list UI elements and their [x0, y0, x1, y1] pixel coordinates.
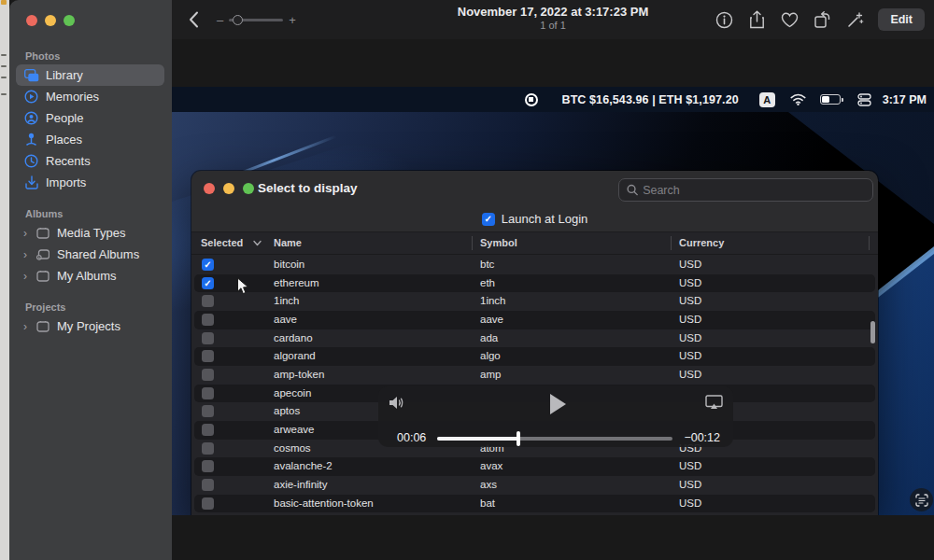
cell-currency: USD: [679, 476, 701, 495]
album-box-icon: [35, 319, 50, 333]
photo-viewer[interactable]: BTC $16,543.96 | ETH $1,197.20 A 3:17 PM: [172, 39, 934, 560]
rotate-icon[interactable]: [813, 10, 831, 29]
disclosure-chevron-icon[interactable]: ›: [23, 270, 33, 283]
row-checkbox[interactable]: [202, 497, 214, 510]
search-input[interactable]: [643, 184, 865, 197]
row-checkbox[interactable]: [202, 369, 214, 381]
cell-name: 1inch: [274, 292, 300, 311]
table-row[interactable]: algorand algo USD: [194, 347, 875, 366]
crypto-close-button[interactable]: [204, 183, 215, 194]
input-source-icon[interactable]: A: [759, 92, 775, 107]
background-speck: [1, 0, 7, 5]
sidebar-item-my-albums[interactable]: › My Albums: [16, 265, 164, 287]
remaining-time: −00:12: [684, 431, 720, 444]
zoom-slider-knob[interactable]: [233, 15, 243, 25]
cell-currency: USD: [679, 311, 701, 329]
menubar-clock[interactable]: 3:17 PM: [883, 93, 927, 106]
table-scrollbar-thumb[interactable]: [870, 321, 875, 343]
launch-at-login-checkbox[interactable]: [482, 213, 495, 226]
column-header-selected[interactable]: Selected: [201, 237, 243, 248]
crypto-ticker[interactable]: BTC $16,543.96 | ETH $1,197.20: [562, 93, 739, 106]
table-row[interactable]: cardano ada USD: [194, 329, 875, 348]
sidebar-item-imports[interactable]: Imports: [16, 172, 164, 193]
share-icon[interactable]: [747, 10, 766, 29]
row-checkbox[interactable]: [202, 314, 214, 326]
table-row[interactable]: basic-attention-token bat USD: [194, 495, 875, 513]
row-checkbox[interactable]: [202, 442, 214, 455]
zoom-slider[interactable]: – +: [217, 13, 296, 27]
column-divider: [472, 236, 473, 250]
table-row[interactable]: ethereum eth USD: [194, 274, 875, 293]
disclosure-chevron-icon[interactable]: ›: [23, 248, 33, 261]
crypto-zoom-button[interactable]: [243, 183, 254, 194]
sidebar-item-library[interactable]: Library: [16, 64, 164, 86]
row-checkbox[interactable]: [202, 259, 214, 271]
table-row[interactable]: aave aave USD: [194, 311, 875, 329]
cell-currency: USD: [679, 366, 701, 385]
column-header-name[interactable]: Name: [274, 237, 302, 248]
sidebar-item-places[interactable]: Places: [16, 129, 164, 150]
row-checkbox[interactable]: [202, 424, 214, 436]
live-text-icon[interactable]: [910, 488, 933, 511]
select-to-display-window: Select to display Launch at Login Select…: [191, 171, 878, 515]
disclosure-chevron-icon[interactable]: ›: [23, 320, 33, 333]
cell-name: cosmos: [274, 440, 311, 458]
edit-button[interactable]: Edit: [878, 8, 925, 31]
row-checkbox[interactable]: [202, 350, 214, 362]
sidebar-item-people[interactable]: People: [16, 107, 164, 129]
cell-symbol: ada: [480, 329, 498, 348]
zoom-in-label[interactable]: +: [289, 13, 296, 27]
table-row[interactable]: bitcoin btc USD: [194, 256, 875, 274]
row-checkbox[interactable]: [202, 277, 214, 289]
row-checkbox[interactable]: [202, 460, 214, 472]
row-checkbox[interactable]: [202, 332, 214, 344]
stop-recording-icon[interactable]: [525, 93, 538, 106]
sidebar-item-my-projects[interactable]: › My Projects: [16, 315, 164, 337]
sidebar-item-memories[interactable]: Memories: [16, 86, 164, 107]
table-row[interactable]: avalanche-2 avax USD: [194, 457, 875, 476]
column-header-symbol[interactable]: Symbol: [480, 237, 517, 248]
zoom-out-label[interactable]: –: [217, 13, 223, 27]
disclosure-chevron-icon[interactable]: ›: [23, 227, 33, 240]
wifi-icon[interactable]: [790, 93, 806, 105]
close-button[interactable]: [26, 15, 37, 26]
row-checkbox[interactable]: [202, 405, 214, 417]
airplay-display-icon[interactable]: [705, 395, 723, 413]
video-player-overlay: 00:06 −00:12: [378, 386, 733, 447]
crypto-minimize-button[interactable]: [223, 183, 234, 194]
cell-currency: USD: [679, 347, 701, 366]
table-row[interactable]: 1inch 1inch USD: [194, 292, 875, 311]
row-checkbox[interactable]: [202, 387, 214, 399]
scrubber-track[interactable]: [437, 437, 672, 441]
scrubber-handle[interactable]: [517, 431, 520, 446]
sidebar-item-media-types[interactable]: › Media Types: [16, 222, 164, 244]
favorite-heart-icon[interactable]: [780, 10, 799, 29]
volume-icon[interactable]: [389, 395, 407, 414]
zoom-slider-track[interactable]: [229, 19, 283, 21]
recents-clock-icon: [23, 154, 39, 168]
auto-enhance-wand-icon[interactable]: [845, 10, 864, 29]
row-checkbox[interactable]: [202, 479, 214, 491]
table-row[interactable]: amp-token amp USD: [194, 366, 875, 385]
cell-symbol: avax: [480, 457, 502, 476]
minimize-button[interactable]: [45, 15, 56, 26]
sidebar-item-recents[interactable]: Recents: [16, 150, 164, 172]
sidebar-item-label: My Projects: [57, 319, 120, 333]
crypto-window-titlebar[interactable]: Select to display: [191, 171, 878, 206]
zoom-button[interactable]: [64, 15, 75, 26]
video-frame[interactable]: BTC $16,543.96 | ETH $1,197.20 A 3:17 PM: [172, 87, 934, 515]
sort-chevron-icon[interactable]: [253, 240, 262, 246]
column-header-currency[interactable]: Currency: [679, 237, 724, 248]
row-checkbox[interactable]: [202, 295, 214, 307]
sidebar-item-label: Memories: [46, 90, 99, 104]
search-field[interactable]: [618, 178, 873, 202]
back-icon[interactable]: [183, 7, 204, 32]
people-icon: [23, 111, 39, 125]
play-icon[interactable]: [550, 394, 566, 414]
info-icon[interactable]: [715, 10, 733, 29]
cell-symbol: btc: [480, 256, 494, 274]
table-row[interactable]: axie-infinity axs USD: [194, 476, 875, 495]
battery-icon[interactable]: [820, 94, 844, 105]
stage-manager-icon[interactable]: [857, 93, 871, 106]
sidebar-item-shared-albums[interactable]: › Shared Albums: [16, 244, 164, 265]
